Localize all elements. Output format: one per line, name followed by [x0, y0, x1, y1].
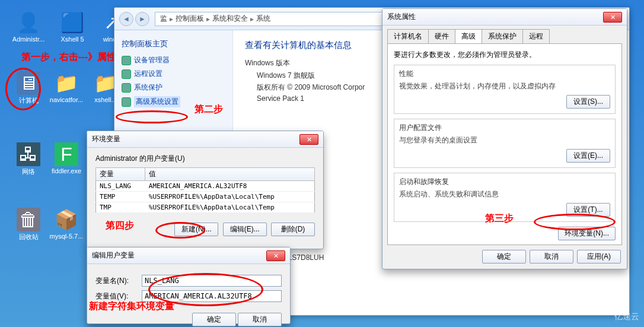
- user-vars-table[interactable]: 变量值 NLS_LANGAMERICAN_AMERICA.AL32UTF8 TE…: [95, 167, 315, 213]
- annotation-step1: 第一步，右击---》属性: [21, 51, 116, 64]
- folder-icon: 📁: [55, 71, 78, 95]
- desktop-icon-xshell5[interactable]: 🟦Xshell 5: [55, 11, 90, 43]
- close-button[interactable]: ✕: [299, 134, 318, 145]
- close-button[interactable]: ✕: [266, 250, 285, 261]
- nav-back-button[interactable]: ◄: [119, 12, 133, 26]
- delete-var-button[interactable]: 删除(D): [271, 223, 315, 236]
- annotation-step3: 第三步: [485, 212, 514, 225]
- shield-icon: [122, 56, 131, 65]
- table-row[interactable]: TMP%USERPROFILE%\AppData\Local\Temp: [96, 202, 315, 213]
- desktop-icon-network[interactable]: 🖧网络: [11, 142, 46, 176]
- shield-icon: [122, 69, 131, 79]
- edit-ok-button[interactable]: 确定: [192, 313, 236, 326]
- profile-settings-button[interactable]: 设置(E)...: [566, 149, 610, 163]
- sp-titlebar[interactable]: 系统属性 ✕: [382, 9, 627, 26]
- annotation-circle-advanced: [116, 110, 188, 123]
- network-icon: 🖧: [17, 142, 40, 166]
- sp-cancel-button[interactable]: 取消: [530, 250, 573, 263]
- tab-protect[interactable]: 系统保护: [482, 29, 523, 43]
- system-properties-dialog: 系统属性 ✕ 计算机名 硬件 高级 系统保护 远程 要进行大多数更改，您必须作为…: [382, 8, 627, 269]
- env-titlebar[interactable]: 环境变量 ✕: [87, 131, 323, 148]
- edit-cancel-button[interactable]: 取消: [238, 313, 282, 326]
- sp-footer: 确定 取消 应用(A): [382, 245, 627, 268]
- annotation-edit-note: 新建字符集环境变量: [89, 300, 174, 313]
- annotation-step2: 第二步: [195, 103, 223, 116]
- recycle-bin-icon: 🗑: [17, 208, 40, 231]
- installer-icon: 📦: [55, 208, 78, 231]
- table-row[interactable]: TEMP%USERPROFILE%\AppData\Local\Temp: [96, 192, 315, 202]
- desktop-icon-navicat[interactable]: 📁navicatfor...: [49, 71, 84, 103]
- app-icon: F: [55, 142, 78, 166]
- annotation-circle-envvar: [534, 214, 616, 230]
- tab-remote[interactable]: 远程: [522, 29, 550, 43]
- edit-var-button[interactable]: 编辑(E)...: [223, 223, 267, 236]
- perf-settings-button[interactable]: 设置(S)...: [566, 95, 610, 109]
- profile-group: 用户配置文件 与您登录有关的桌面设置 设置(E)...: [394, 119, 616, 168]
- env-body: Administrator 的用户变量(U) 变量值 NLS_LANGAMERI…: [87, 148, 323, 219]
- nav-forward-button[interactable]: ►: [135, 12, 149, 26]
- edit-titlebar[interactable]: 编辑用户变量 ✕: [87, 247, 290, 264]
- sidebar-link-system-protect[interactable]: 系统保护: [122, 82, 225, 93]
- shield-icon: [122, 97, 131, 107]
- breadcrumb-icon: 监: [160, 14, 167, 24]
- performance-group: 性能 视觉效果，处理器计划，内存使用，以及虚拟内存 设置(S)...: [394, 65, 616, 114]
- tab-hardware[interactable]: 硬件: [428, 29, 455, 43]
- desktop-icon-mysql[interactable]: 📦mysql-5.7...: [49, 208, 84, 240]
- shield-icon: [122, 83, 131, 93]
- app-icon: 🟦: [60, 11, 84, 34]
- desktop-icon-recycle[interactable]: 🗑回收站: [11, 208, 46, 242]
- sidebar-link-remote[interactable]: 远程设置: [122, 69, 225, 79]
- close-button[interactable]: ✕: [603, 12, 622, 23]
- sp-ok-button[interactable]: 确定: [482, 250, 526, 263]
- tab-advanced[interactable]: 高级: [455, 29, 482, 43]
- user-icon: 👤: [17, 11, 40, 34]
- desktop-icon-admin[interactable]: 👤Administr...: [11, 11, 46, 43]
- annotation-step4: 第四步: [106, 220, 134, 232]
- sp-apply-button[interactable]: 应用(A): [577, 250, 621, 263]
- sidebar-link-device-manager[interactable]: 设备管理器: [122, 55, 225, 65]
- sp-tabs: 计算机名 硬件 高级 系统保护 远程: [382, 26, 627, 43]
- desktop-icon-fiddler[interactable]: Ffiddler.exe: [49, 142, 84, 174]
- watermark: 亿速云: [614, 312, 639, 322]
- tab-computer-name[interactable]: 计算机名: [387, 29, 429, 43]
- annotation-circle-new: [155, 222, 205, 239]
- cp-sidebar-title: 控制面板主页: [122, 39, 225, 49]
- table-row[interactable]: NLS_LANGAMERICAN_AMERICA.AL32UTF8: [96, 181, 315, 192]
- annotation-circle-computer: [5, 68, 41, 110]
